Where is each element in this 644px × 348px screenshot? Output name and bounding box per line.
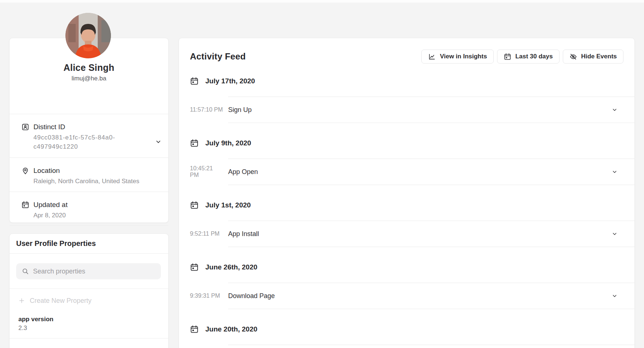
date-range-label: Last 30 days <box>515 53 553 60</box>
distinct-id-value: 49cc0381-e1fc-57c5-84a0-c497949c1220 <box>33 133 116 151</box>
calendar-icon <box>190 77 199 86</box>
event-row[interactable]: 10:45:21 PM App Open <box>179 159 634 185</box>
calendar-icon <box>190 139 199 148</box>
insights-chart-icon <box>428 53 436 61</box>
location-label: Location <box>33 166 154 175</box>
date-group-header: June 20th, 2020 <box>190 325 634 334</box>
search-properties-input[interactable] <box>16 263 161 279</box>
create-new-property-label: Create New Property <box>30 297 91 305</box>
divider <box>228 345 634 345</box>
date-label: June 20th, 2020 <box>205 325 258 333</box>
date-range-button[interactable]: Last 30 days <box>497 50 560 64</box>
search-box <box>16 263 161 279</box>
profile-header: Alice Singh limuj@he.ba <box>10 62 168 114</box>
calendar-icon <box>190 201 199 210</box>
date-group-header: July 9th, 2020 <box>190 138 634 148</box>
event-time: 9:52:11 PM <box>190 231 223 237</box>
chevron-down-icon[interactable] <box>612 293 618 299</box>
avatar <box>65 13 111 58</box>
activity-feed-card: Activity Feed View in Insights Last 30 d… <box>179 38 635 348</box>
user-name: Alice Singh <box>10 62 168 73</box>
calendar-icon <box>190 263 199 272</box>
eye-off-icon <box>569 53 577 61</box>
event-time: 9:39:31 PM <box>190 293 223 299</box>
search-area <box>10 254 168 289</box>
updated-at-value: Apr 8, 2020 <box>33 211 154 220</box>
date-label: June 26th, 2020 <box>205 263 258 271</box>
activity-feed-header: Activity Feed View in Insights Last 30 d… <box>190 49 623 64</box>
calendar-icon <box>190 325 199 334</box>
chevron-down-icon[interactable] <box>155 138 162 145</box>
event-row[interactable]: 11:57:10 PM Sign Up <box>179 97 634 123</box>
create-new-property-button[interactable]: Create New Property <box>10 296 168 305</box>
location-pin-icon <box>21 167 29 175</box>
event-name: Download Page <box>228 292 612 300</box>
user-profile-card: Alice Singh limuj@he.ba Distinct ID 49cc… <box>9 38 169 223</box>
property-item[interactable]: app version 2.3 <box>10 315 168 332</box>
divider <box>228 247 634 247</box>
chevron-down-icon[interactable] <box>612 107 618 113</box>
event-name: Sign Up <box>228 106 612 114</box>
date-label: July 9th, 2020 <box>205 139 251 147</box>
property-value: 2.3 <box>18 324 168 332</box>
chevron-down-icon[interactable] <box>612 231 618 237</box>
view-in-insights-button[interactable]: View in Insights <box>421 50 493 64</box>
date-group-header: July 17th, 2020 <box>190 76 634 86</box>
event-name: App Install <box>228 230 612 238</box>
event-time: 10:45:21 PM <box>190 165 223 178</box>
top-strip <box>0 0 644 3</box>
feed-actions: View in Insights Last 30 days Hide Event… <box>421 50 623 64</box>
date-group-header: June 26th, 2020 <box>190 262 634 272</box>
property-name: app version <box>18 315 168 323</box>
updated-at-section: Updated at Apr 8, 2020 <box>10 192 168 225</box>
event-row[interactable]: 9:39:31 PM Download Page <box>179 283 634 309</box>
chevron-down-icon[interactable] <box>612 169 618 175</box>
date-label: July 1st, 2020 <box>205 201 251 209</box>
view-in-insights-label: View in Insights <box>440 53 487 60</box>
updated-at-label: Updated at <box>33 200 154 209</box>
divider <box>228 123 634 123</box>
date-group-header: July 1st, 2020 <box>190 200 634 210</box>
divider <box>10 338 168 338</box>
hide-events-label: Hide Events <box>581 53 617 60</box>
calendar-icon <box>21 201 29 209</box>
divider <box>228 309 634 309</box>
divider <box>228 185 634 185</box>
user-profile-properties-card: User Profile Properties Create New Prope… <box>9 233 169 348</box>
distinct-id-section: Distinct ID 49cc0381-e1fc-57c5-84a0-c497… <box>10 114 168 158</box>
user-email: limuj@he.ba <box>10 75 168 82</box>
properties-title: User Profile Properties <box>10 234 168 254</box>
plus-icon <box>18 297 25 304</box>
calendar-icon <box>504 53 511 61</box>
event-time: 11:57:10 PM <box>190 106 223 113</box>
date-label: July 17th, 2020 <box>205 77 255 85</box>
location-section: Location Raleigh, North Carolina, United… <box>10 158 168 192</box>
search-icon <box>22 268 29 275</box>
activity-feed-title: Activity Feed <box>190 51 246 62</box>
distinct-id-label: Distinct ID <box>33 123 154 131</box>
hide-events-button[interactable]: Hide Events <box>563 50 623 64</box>
event-name: App Open <box>228 168 612 176</box>
location-value: Raleigh, North Carolina, United States <box>33 177 154 186</box>
id-card-icon <box>21 123 29 131</box>
event-row[interactable]: 9:52:11 PM App Install <box>179 221 634 247</box>
